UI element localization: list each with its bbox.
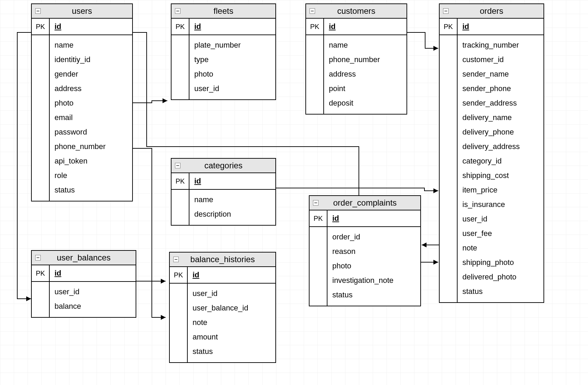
svg-marker-3 [433,260,438,265]
entity-order-complaints[interactable]: order_complaints PK id order_id reason p… [309,195,421,306]
attr: point [329,81,402,96]
pk-column: id [50,265,136,281]
entity-balance-histories[interactable]: balance_histories PK id user_id user_bal… [169,252,276,363]
collapse-icon[interactable] [310,8,315,14]
entity-title: categories [180,161,275,170]
attr: identitiy_id [55,52,127,67]
attr: photo [332,259,415,273]
attr: balance [55,299,131,314]
entity-header[interactable]: fleets [172,4,275,19]
pk-label: PK [440,19,458,34]
attr: description [194,207,271,221]
attr: customer_id [462,52,539,67]
attr: address [329,67,402,81]
collapse-icon[interactable] [35,8,41,14]
entity-customers[interactable]: customers PK id name phone_number addres… [305,3,407,115]
pk-column: id [327,210,420,226]
attr: status [55,183,127,197]
svg-marker-5 [433,188,438,193]
attr: role [55,168,127,183]
pk-column: id [188,267,275,283]
entity-title: customers [315,6,406,16]
pk-label: PK [172,173,189,189]
attr: status [462,284,539,299]
attr: api_token [55,154,127,168]
pk-label: PK [306,19,324,34]
pk-row: PK id [306,19,406,35]
pk-row: PK id [32,19,132,35]
attr: address [55,81,127,96]
collapse-icon[interactable] [443,8,449,14]
attr: photo [55,96,127,110]
attrs-list: name phone_number address point deposit [324,35,406,114]
entity-fleets[interactable]: fleets PK id plate_number type photo use… [171,3,276,100]
attr: shipping_cost [462,168,539,183]
attr: user_id [194,81,271,96]
attr: item_price [462,183,539,197]
svg-marker-7 [422,243,427,247]
attr: phone_number [55,139,127,154]
pk-label: PK [172,19,189,34]
attr: sender_name [462,67,539,81]
collapse-icon[interactable] [173,257,179,262]
pk-label: PK [310,210,327,226]
collapse-icon[interactable] [313,200,318,206]
pk-column: id [458,19,543,34]
pk-row: PK id [172,173,275,190]
entity-header[interactable]: customers [306,4,406,19]
attr: reason [332,244,415,259]
pk-row: PK id [32,265,136,282]
attr: category_id [462,154,539,168]
attr: sender_phone [462,81,539,96]
pk-row: PK id [172,19,275,35]
entity-header[interactable]: orders [440,4,543,19]
entity-categories[interactable]: categories PK id name description [171,158,276,226]
entity-title: fleets [180,6,275,16]
attr: is_insurance [462,197,539,212]
attr: sender_address [462,96,539,110]
attrs-list: tracking_number customer_id sender_name … [458,35,543,302]
entity-title: users [41,6,132,16]
entity-header[interactable]: order_complaints [310,196,420,210]
pk-column: id [189,19,275,34]
attr: delivered_photo [462,270,539,284]
attr: user_id [55,285,131,299]
entity-users[interactable]: users PK id name identitiy_id gender add… [31,3,133,201]
attr: order_id [332,230,415,244]
entity-orders[interactable]: orders PK id tracking_number customer_id… [439,3,544,303]
entity-header[interactable]: balance_histories [170,253,275,267]
svg-marker-6 [433,46,438,51]
attr: password [55,125,127,139]
entity-user-balances[interactable]: user_balances PK id user_id balance [31,250,136,318]
pk-row: PK id [170,267,275,284]
attr: name [194,192,271,207]
erd-canvas: users PK id name identitiy_id gender add… [0,0,588,385]
attrs-list: plate_number type photo user_id [189,35,275,99]
attr: delivery_phone [462,125,539,139]
attr: investigation_note [332,273,415,288]
attr: deposit [329,96,402,110]
collapse-icon[interactable] [175,8,180,14]
pk-column: id [50,19,132,34]
attr: type [194,52,271,67]
entity-title: orders [449,6,543,16]
pk-column: id [324,19,406,34]
entity-title: user_balances [41,253,136,263]
attr: name [55,38,127,52]
collapse-icon[interactable] [35,255,41,260]
attr: note [462,241,539,255]
attr: delivery_name [462,110,539,125]
pk-label: PK [32,265,50,281]
attr: shipping_photo [462,255,539,270]
entity-header[interactable]: categories [172,159,275,173]
attr: status [193,344,271,359]
attr: amount [193,330,271,344]
svg-marker-0 [163,98,167,103]
entity-header[interactable]: users [32,4,132,19]
attrs-list: name description [189,190,275,225]
pk-row: PK id [440,19,543,35]
pk-label: PK [170,267,188,283]
entity-header[interactable]: user_balances [32,251,136,265]
collapse-icon[interactable] [175,163,180,168]
attr: delivery_address [462,139,539,154]
